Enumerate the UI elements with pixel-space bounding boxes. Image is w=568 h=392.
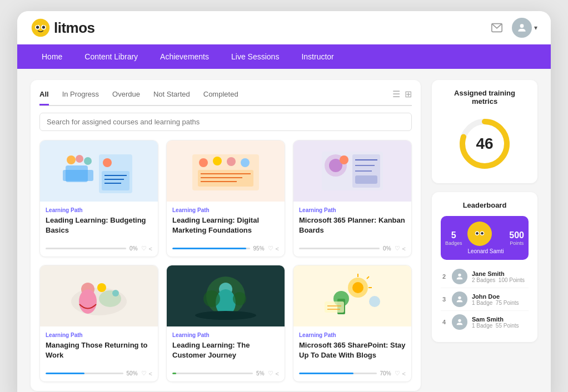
card-3-heart-icon[interactable]: ♡ bbox=[395, 245, 400, 252]
lb-rank-3: 3 bbox=[441, 296, 447, 303]
svg-point-23 bbox=[227, 157, 236, 166]
search-input[interactable] bbox=[39, 113, 412, 131]
metrics-value: 46 bbox=[476, 135, 493, 153]
lb-item-2: 2 Jane Smith 2 Badges 100 Points bbox=[441, 265, 529, 288]
svg-point-67 bbox=[476, 232, 479, 235]
leaderboard-widget: Leaderboard 5 Badges bbox=[432, 192, 537, 342]
nav-item-instructor[interactable]: Instructor bbox=[290, 44, 345, 69]
card-1[interactable]: Learning path Leading Learning: Budgetin… bbox=[39, 140, 158, 257]
card-3-label: Learning path bbox=[299, 207, 406, 213]
svg-point-8 bbox=[520, 24, 524, 28]
card-4-actions: ♡ < bbox=[141, 370, 152, 377]
mail-icon[interactable] bbox=[491, 22, 503, 34]
svg-point-3 bbox=[36, 26, 39, 28]
lb-info-4: Sam Smith 1 Badge 55 Points bbox=[472, 316, 529, 329]
card-2-title: Leading Learning: Digital Marketing Foun… bbox=[172, 215, 279, 235]
svg-point-4 bbox=[42, 26, 45, 28]
card-4-share-icon[interactable]: < bbox=[149, 370, 152, 377]
nav-item-achievements[interactable]: Achievements bbox=[149, 44, 220, 69]
lb-top-user-center: Leonard Samti bbox=[467, 222, 504, 254]
card-6-title: Microsoft 365 SharePoint: Stay Up To Dat… bbox=[299, 340, 406, 360]
nav-item-home[interactable]: Home bbox=[31, 44, 73, 69]
metrics-title: Assigned training metrics bbox=[441, 89, 529, 105]
card-5-progress-wrap bbox=[172, 373, 253, 374]
card-6-heart-icon[interactable]: ♡ bbox=[395, 370, 400, 377]
lb-rank-2: 2 bbox=[441, 273, 447, 280]
grid-view-icon[interactable]: ⊞ bbox=[405, 89, 412, 99]
card-6-body: Learning path Microsoft 365 SharePoint: … bbox=[293, 326, 411, 370]
svg-point-12 bbox=[84, 157, 92, 165]
tab-completed[interactable]: Completed bbox=[203, 90, 238, 105]
tab-all[interactable]: All bbox=[39, 90, 49, 105]
metrics-widget: Assigned training metrics 46 bbox=[432, 80, 537, 183]
tab-in-progress[interactable]: In Progress bbox=[62, 90, 99, 105]
card-5-image bbox=[167, 265, 285, 326]
svg-rect-13 bbox=[63, 170, 93, 181]
lb-top-badges: 5 Badges bbox=[445, 230, 462, 246]
svg-line-54 bbox=[367, 277, 369, 279]
browser-frame: litmos ▾ Home Content Library Achievemen… bbox=[17, 11, 551, 392]
card-3[interactable]: Learning path Microsoft 365 Planner: Kan… bbox=[293, 140, 412, 257]
card-4-progress-fill bbox=[46, 373, 84, 374]
card-3-progress-text: 0% bbox=[383, 245, 391, 252]
card-4-progress-wrap bbox=[46, 373, 123, 374]
lb-meta-2: 2 Badges 100 Points bbox=[472, 277, 529, 283]
card-4[interactable]: Learning path Managing Those Returning t… bbox=[39, 265, 158, 382]
list-view-icon[interactable]: ☰ bbox=[392, 89, 400, 99]
card-6[interactable]: Learning path Microsoft 365 SharePoint: … bbox=[293, 265, 412, 382]
svg-rect-5 bbox=[36, 24, 38, 26]
card-6-actions: ♡ < bbox=[395, 370, 406, 377]
lb-avatar-2 bbox=[452, 269, 467, 284]
svg-point-21 bbox=[199, 158, 208, 167]
card-6-share-icon[interactable]: < bbox=[402, 370, 406, 377]
card-2[interactable]: Learning path Leading Learning: Digital … bbox=[166, 140, 285, 257]
lb-top-name: Leonard Samti bbox=[467, 248, 504, 254]
lb-top-points-count: 500 bbox=[509, 230, 524, 240]
tab-overdue[interactable]: Overdue bbox=[112, 90, 140, 105]
card-3-progress-wrap bbox=[299, 248, 380, 249]
nav-item-live-sessions[interactable]: Live Sessions bbox=[220, 44, 290, 69]
lb-top-points: 500 Points bbox=[509, 230, 524, 246]
main-content: All In Progress Overdue Not Started Comp… bbox=[17, 69, 551, 392]
nav-item-content-library[interactable]: Content Library bbox=[73, 44, 149, 69]
right-panel: Assigned training metrics 46 Leaderboard… bbox=[432, 80, 537, 391]
svg-point-49 bbox=[233, 292, 246, 305]
tab-not-started[interactable]: Not Started bbox=[153, 90, 190, 105]
card-5-body: Learning path Leading Learning: The Cust… bbox=[167, 326, 285, 370]
lb-info-2: Jane Smith 2 Badges 100 Points bbox=[472, 270, 529, 283]
card-5-heart-icon[interactable]: ♡ bbox=[268, 370, 273, 377]
svg-rect-37 bbox=[355, 175, 377, 184]
card-6-label: Learning path bbox=[299, 332, 406, 338]
card-5-actions: ♡ < bbox=[268, 370, 279, 377]
logo-text: litmos bbox=[54, 19, 95, 37]
card-1-heart-icon[interactable]: ♡ bbox=[141, 245, 147, 252]
card-4-heart-icon[interactable]: ♡ bbox=[141, 370, 147, 377]
logo: litmos bbox=[31, 18, 95, 38]
user-avatar-wrap[interactable]: ▾ bbox=[512, 18, 537, 38]
card-1-label: Learning path bbox=[46, 207, 152, 213]
card-1-image bbox=[40, 140, 158, 202]
card-2-progress-wrap bbox=[172, 248, 250, 249]
card-3-title: Microsoft 365 Planner: Kanban Boards bbox=[299, 215, 406, 235]
svg-rect-58 bbox=[325, 301, 344, 313]
card-5-progress-text: 5% bbox=[256, 370, 264, 376]
card-5[interactable]: Learning path Leading Learning: The Cust… bbox=[166, 265, 285, 382]
card-4-image bbox=[40, 265, 158, 326]
svg-point-48 bbox=[203, 290, 220, 307]
card-1-share-icon[interactable]: < bbox=[149, 245, 152, 252]
svg-point-10 bbox=[67, 155, 76, 164]
card-1-actions: ♡ < bbox=[141, 245, 152, 252]
card-3-actions: ♡ < bbox=[395, 245, 406, 252]
lb-top-badge-label: Badges bbox=[445, 240, 462, 246]
card-6-footer: 70% ♡ < bbox=[293, 370, 411, 381]
lb-avatar-4 bbox=[452, 314, 467, 330]
card-3-share-icon[interactable]: < bbox=[402, 245, 406, 252]
lb-top-badge-count: 5 bbox=[445, 230, 462, 240]
card-5-share-icon[interactable]: < bbox=[276, 370, 279, 377]
card-2-heart-icon[interactable]: ♡ bbox=[268, 245, 273, 252]
svg-point-70 bbox=[458, 296, 461, 299]
card-5-progress-fill bbox=[172, 373, 176, 374]
leaderboard-title: Leaderboard bbox=[441, 201, 529, 209]
card-2-share-icon[interactable]: < bbox=[276, 245, 279, 252]
lb-name-3: John Doe bbox=[472, 293, 529, 300]
